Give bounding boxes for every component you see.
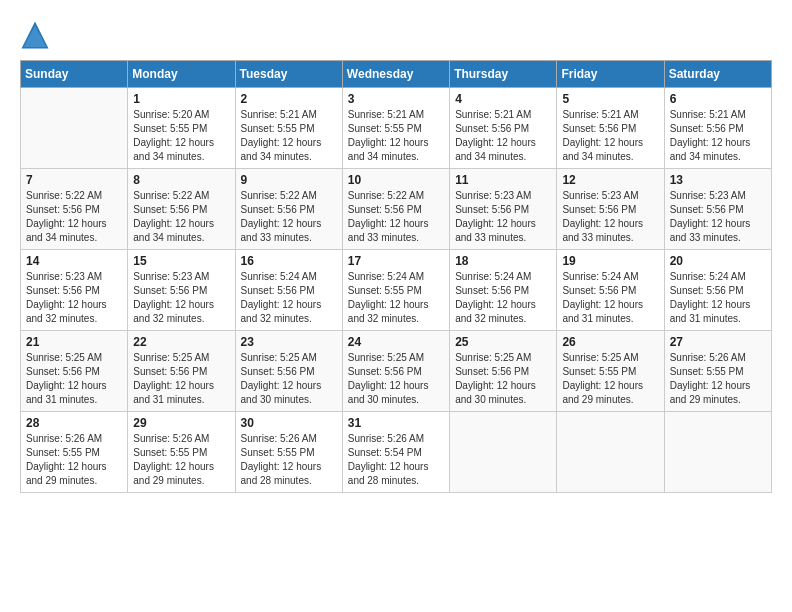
day-number: 6 (670, 92, 766, 106)
table-row: 29Sunrise: 5:26 AMSunset: 5:55 PMDayligh… (128, 412, 235, 493)
table-row: 12Sunrise: 5:23 AMSunset: 5:56 PMDayligh… (557, 169, 664, 250)
page-header (20, 20, 772, 50)
calendar-week-row: 14Sunrise: 5:23 AMSunset: 5:56 PMDayligh… (21, 250, 772, 331)
table-row: 24Sunrise: 5:25 AMSunset: 5:56 PMDayligh… (342, 331, 449, 412)
day-info: Sunrise: 5:21 AMSunset: 5:55 PMDaylight:… (348, 108, 444, 164)
day-number: 12 (562, 173, 658, 187)
day-number: 17 (348, 254, 444, 268)
table-row: 4Sunrise: 5:21 AMSunset: 5:56 PMDaylight… (450, 88, 557, 169)
day-info: Sunrise: 5:23 AMSunset: 5:56 PMDaylight:… (26, 270, 122, 326)
day-number: 20 (670, 254, 766, 268)
day-info: Sunrise: 5:22 AMSunset: 5:56 PMDaylight:… (26, 189, 122, 245)
table-row: 23Sunrise: 5:25 AMSunset: 5:56 PMDayligh… (235, 331, 342, 412)
table-row: 26Sunrise: 5:25 AMSunset: 5:55 PMDayligh… (557, 331, 664, 412)
day-number: 1 (133, 92, 229, 106)
day-number: 15 (133, 254, 229, 268)
table-row: 22Sunrise: 5:25 AMSunset: 5:56 PMDayligh… (128, 331, 235, 412)
day-info: Sunrise: 5:24 AMSunset: 5:55 PMDaylight:… (348, 270, 444, 326)
day-number: 27 (670, 335, 766, 349)
table-row: 5Sunrise: 5:21 AMSunset: 5:56 PMDaylight… (557, 88, 664, 169)
day-info: Sunrise: 5:26 AMSunset: 5:55 PMDaylight:… (241, 432, 337, 488)
table-row: 25Sunrise: 5:25 AMSunset: 5:56 PMDayligh… (450, 331, 557, 412)
day-info: Sunrise: 5:24 AMSunset: 5:56 PMDaylight:… (670, 270, 766, 326)
day-info: Sunrise: 5:22 AMSunset: 5:56 PMDaylight:… (241, 189, 337, 245)
day-info: Sunrise: 5:21 AMSunset: 5:56 PMDaylight:… (455, 108, 551, 164)
day-number: 30 (241, 416, 337, 430)
table-row: 10Sunrise: 5:22 AMSunset: 5:56 PMDayligh… (342, 169, 449, 250)
day-number: 11 (455, 173, 551, 187)
day-info: Sunrise: 5:21 AMSunset: 5:56 PMDaylight:… (670, 108, 766, 164)
table-row: 21Sunrise: 5:25 AMSunset: 5:56 PMDayligh… (21, 331, 128, 412)
day-number: 3 (348, 92, 444, 106)
table-row: 28Sunrise: 5:26 AMSunset: 5:55 PMDayligh… (21, 412, 128, 493)
calendar-header-monday: Monday (128, 61, 235, 88)
day-info: Sunrise: 5:25 AMSunset: 5:56 PMDaylight:… (348, 351, 444, 407)
day-number: 29 (133, 416, 229, 430)
day-info: Sunrise: 5:22 AMSunset: 5:56 PMDaylight:… (348, 189, 444, 245)
calendar-header-friday: Friday (557, 61, 664, 88)
day-info: Sunrise: 5:21 AMSunset: 5:56 PMDaylight:… (562, 108, 658, 164)
day-number: 14 (26, 254, 122, 268)
day-number: 25 (455, 335, 551, 349)
day-number: 28 (26, 416, 122, 430)
table-row: 18Sunrise: 5:24 AMSunset: 5:56 PMDayligh… (450, 250, 557, 331)
day-number: 9 (241, 173, 337, 187)
day-info: Sunrise: 5:26 AMSunset: 5:54 PMDaylight:… (348, 432, 444, 488)
day-info: Sunrise: 5:24 AMSunset: 5:56 PMDaylight:… (241, 270, 337, 326)
table-row: 27Sunrise: 5:26 AMSunset: 5:55 PMDayligh… (664, 331, 771, 412)
day-number: 19 (562, 254, 658, 268)
day-number: 18 (455, 254, 551, 268)
day-info: Sunrise: 5:25 AMSunset: 5:56 PMDaylight:… (455, 351, 551, 407)
day-info: Sunrise: 5:23 AMSunset: 5:56 PMDaylight:… (670, 189, 766, 245)
calendar-header-row: SundayMondayTuesdayWednesdayThursdayFrid… (21, 61, 772, 88)
table-row: 30Sunrise: 5:26 AMSunset: 5:55 PMDayligh… (235, 412, 342, 493)
day-info: Sunrise: 5:20 AMSunset: 5:55 PMDaylight:… (133, 108, 229, 164)
day-number: 8 (133, 173, 229, 187)
table-row: 15Sunrise: 5:23 AMSunset: 5:56 PMDayligh… (128, 250, 235, 331)
day-number: 13 (670, 173, 766, 187)
table-row: 9Sunrise: 5:22 AMSunset: 5:56 PMDaylight… (235, 169, 342, 250)
day-info: Sunrise: 5:25 AMSunset: 5:56 PMDaylight:… (241, 351, 337, 407)
day-number: 16 (241, 254, 337, 268)
table-row: 3Sunrise: 5:21 AMSunset: 5:55 PMDaylight… (342, 88, 449, 169)
day-info: Sunrise: 5:24 AMSunset: 5:56 PMDaylight:… (562, 270, 658, 326)
table-row: 7Sunrise: 5:22 AMSunset: 5:56 PMDaylight… (21, 169, 128, 250)
table-row: 13Sunrise: 5:23 AMSunset: 5:56 PMDayligh… (664, 169, 771, 250)
calendar-week-row: 1Sunrise: 5:20 AMSunset: 5:55 PMDaylight… (21, 88, 772, 169)
day-info: Sunrise: 5:25 AMSunset: 5:56 PMDaylight:… (26, 351, 122, 407)
day-number: 24 (348, 335, 444, 349)
calendar-header-saturday: Saturday (664, 61, 771, 88)
calendar-header-sunday: Sunday (21, 61, 128, 88)
table-row: 2Sunrise: 5:21 AMSunset: 5:55 PMDaylight… (235, 88, 342, 169)
calendar-week-row: 21Sunrise: 5:25 AMSunset: 5:56 PMDayligh… (21, 331, 772, 412)
table-row: 1Sunrise: 5:20 AMSunset: 5:55 PMDaylight… (128, 88, 235, 169)
table-row: 20Sunrise: 5:24 AMSunset: 5:56 PMDayligh… (664, 250, 771, 331)
table-row (21, 88, 128, 169)
day-info: Sunrise: 5:21 AMSunset: 5:55 PMDaylight:… (241, 108, 337, 164)
logo-icon (20, 20, 50, 50)
calendar-week-row: 28Sunrise: 5:26 AMSunset: 5:55 PMDayligh… (21, 412, 772, 493)
table-row: 31Sunrise: 5:26 AMSunset: 5:54 PMDayligh… (342, 412, 449, 493)
day-number: 31 (348, 416, 444, 430)
table-row: 16Sunrise: 5:24 AMSunset: 5:56 PMDayligh… (235, 250, 342, 331)
table-row: 19Sunrise: 5:24 AMSunset: 5:56 PMDayligh… (557, 250, 664, 331)
calendar-header-thursday: Thursday (450, 61, 557, 88)
day-number: 22 (133, 335, 229, 349)
day-number: 26 (562, 335, 658, 349)
day-number: 2 (241, 92, 337, 106)
calendar-header-wednesday: Wednesday (342, 61, 449, 88)
day-number: 10 (348, 173, 444, 187)
table-row: 14Sunrise: 5:23 AMSunset: 5:56 PMDayligh… (21, 250, 128, 331)
calendar-table: SundayMondayTuesdayWednesdayThursdayFrid… (20, 60, 772, 493)
day-info: Sunrise: 5:26 AMSunset: 5:55 PMDaylight:… (133, 432, 229, 488)
day-number: 21 (26, 335, 122, 349)
table-row: 6Sunrise: 5:21 AMSunset: 5:56 PMDaylight… (664, 88, 771, 169)
table-row: 11Sunrise: 5:23 AMSunset: 5:56 PMDayligh… (450, 169, 557, 250)
day-info: Sunrise: 5:26 AMSunset: 5:55 PMDaylight:… (26, 432, 122, 488)
day-number: 23 (241, 335, 337, 349)
svg-marker-1 (24, 26, 47, 47)
day-info: Sunrise: 5:23 AMSunset: 5:56 PMDaylight:… (133, 270, 229, 326)
logo (20, 20, 54, 50)
day-number: 7 (26, 173, 122, 187)
day-info: Sunrise: 5:25 AMSunset: 5:56 PMDaylight:… (133, 351, 229, 407)
